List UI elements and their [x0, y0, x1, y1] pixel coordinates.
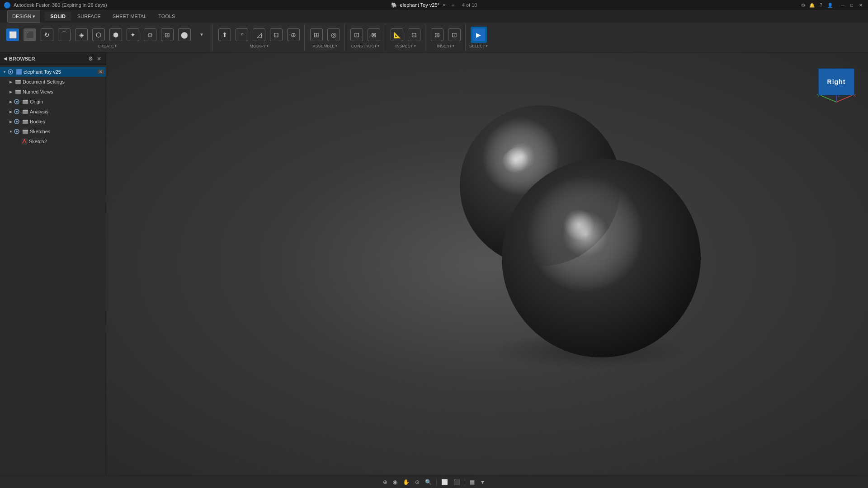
assemble-label[interactable]: ASSEMBLE▾: [313, 44, 338, 48]
maximize-btn[interactable]: □: [848, 1, 855, 9]
new-sketch-btn[interactable]: ⬜: [5, 27, 21, 43]
analysis-label: Analysis: [30, 109, 104, 114]
analysis-icon: [22, 108, 29, 115]
joint-btn[interactable]: ◎: [326, 27, 342, 43]
measure-btn[interactable]: 📐: [389, 27, 405, 43]
tree-item-bodies[interactable]: ▶ Bodies: [0, 117, 106, 127]
browser-settings-btn[interactable]: ⚙: [87, 55, 94, 63]
design-button[interactable]: DESIGN ▾: [7, 10, 40, 23]
svg-point-24: [24, 139, 25, 141]
chamfer-btn[interactable]: ◿: [251, 27, 267, 43]
tree-item-analysis[interactable]: ▶ Analysis: [0, 107, 106, 117]
collapse-browser-btn[interactable]: ◀: [4, 56, 7, 61]
more-create-btn[interactable]: ▼: [193, 27, 210, 43]
user-btn[interactable]: 👤: [826, 1, 834, 9]
tab-bar: DESIGN ▾ SOLID SURFACE SHEET METAL TOOLS: [0, 10, 868, 23]
rib-btn[interactable]: ⬡: [90, 27, 107, 43]
notification-btn[interactable]: 🔔: [808, 1, 816, 9]
web-btn[interactable]: ⬢: [108, 27, 124, 43]
viewcube-face[interactable]: Right: [818, 68, 854, 95]
create-label[interactable]: CREATE▾: [98, 44, 117, 48]
grid-btn[interactable]: ▦: [468, 478, 476, 486]
midplane-btn[interactable]: ⊠: [366, 27, 382, 43]
title-bar-left: 🔵 Autodesk Fusion 360 (Expiring in 26 da…: [4, 2, 107, 9]
tab-sheet-metal[interactable]: SHEET METAL: [107, 12, 152, 21]
new-component-btn[interactable]: ⊞: [308, 27, 325, 43]
pan-btn[interactable]: ✋: [401, 478, 411, 486]
hole-btn[interactable]: ⊙: [142, 27, 158, 43]
visual-style-btn[interactable]: ⬛: [452, 478, 462, 486]
sketches-toggle[interactable]: ▼: [8, 129, 14, 134]
tab-tools[interactable]: TOOLS: [153, 12, 180, 21]
svg-point-1: [9, 71, 11, 73]
plus-tab-btn[interactable]: ＋: [450, 1, 456, 9]
tab-solid[interactable]: SOLID: [45, 12, 71, 21]
emboss-btn[interactable]: ✦: [125, 27, 141, 43]
doc-settings-toggle[interactable]: ▶: [8, 79, 14, 84]
origin-toggle[interactable]: ▶: [8, 99, 14, 104]
bodies-toggle[interactable]: ▶: [8, 119, 14, 124]
extrude-icon: ⬛: [24, 28, 36, 41]
help-btn[interactable]: ?: [817, 1, 825, 9]
tree-item-sketches[interactable]: ▼ Sketches: [0, 127, 106, 136]
insert-label[interactable]: INSERT▾: [437, 44, 455, 48]
zoom-btn[interactable]: ⊙: [413, 478, 421, 486]
viewport[interactable]: X Y Z Right: [106, 52, 868, 475]
revolve-btn[interactable]: ↻: [39, 27, 55, 43]
root-toggle[interactable]: ▼: [2, 69, 7, 75]
loft-btn[interactable]: ◈: [73, 27, 90, 43]
insert-mesh-btn[interactable]: ⊞: [429, 27, 445, 43]
svg-rect-18: [23, 120, 28, 121]
inspect-label[interactable]: INSPECT▾: [395, 44, 415, 48]
insert-svg-btn[interactable]: ⊡: [446, 27, 462, 43]
extrude-btn[interactable]: ⬛: [22, 27, 38, 43]
design-label: DESIGN ▾: [12, 14, 35, 19]
select-label[interactable]: SELECT▾: [469, 44, 488, 48]
toolbar-section-modify: ⬆ ◜ ◿ ⊟ ⊕ MODIFY▾: [214, 24, 305, 51]
more-view-btn[interactable]: ▼: [478, 478, 487, 486]
toolbar-section-inspect: 📐 ⊟ INSPECT▾: [386, 24, 425, 51]
analysis-vis-icon[interactable]: [14, 108, 20, 115]
joint-icon: ◎: [327, 28, 340, 41]
sweep-btn[interactable]: ⌒: [56, 27, 72, 43]
tab-surface[interactable]: SURFACE: [72, 12, 106, 21]
minimize-btn[interactable]: ─: [839, 1, 846, 9]
viewcube[interactable]: X Y Z Right: [818, 61, 859, 107]
close-btn[interactable]: ✕: [857, 1, 864, 9]
bodies-icon: [22, 118, 29, 125]
box-btn[interactable]: ⬤: [176, 27, 193, 43]
new-sketch-icon: ⬜: [6, 28, 19, 41]
press-pull-btn[interactable]: ⬆: [217, 27, 233, 43]
tree-item-sketch2[interactable]: Sketch2: [0, 136, 106, 146]
construct-label[interactable]: CONSTRUCT▾: [351, 44, 380, 48]
zebra-btn[interactable]: ⊟: [406, 27, 422, 43]
orbit-btn[interactable]: ◉: [391, 478, 399, 486]
settings-btn[interactable]: ⚙: [799, 1, 807, 9]
bodies-vis-icon[interactable]: [14, 118, 20, 125]
fit-btn[interactable]: 🔍: [423, 478, 434, 486]
analysis-toggle[interactable]: ▶: [8, 109, 14, 114]
tree-item-origin[interactable]: ▶ Origin: [0, 97, 106, 107]
rib-icon: ⬡: [92, 28, 105, 41]
display-mode-btn[interactable]: ⬜: [439, 478, 450, 486]
bodies-label: Bodies: [30, 119, 104, 124]
named-views-toggle[interactable]: ▶: [8, 89, 14, 94]
select-btn[interactable]: ▶: [471, 27, 487, 43]
tree-item-named-views[interactable]: ▶ Named Views: [0, 87, 106, 97]
thread-btn[interactable]: ⊞: [159, 27, 175, 43]
fillet-btn[interactable]: ◜: [234, 27, 250, 43]
tree-item-root[interactable]: ▼ elephant Toy v25 ✕: [0, 67, 106, 77]
browser-close-btn[interactable]: ✕: [96, 55, 102, 63]
tree-item-doc-settings[interactable]: ▶ Document Settings: [0, 77, 106, 87]
sketches-vis-icon[interactable]: [14, 128, 20, 135]
shell-btn[interactable]: ⊟: [268, 27, 284, 43]
offset-plane-btn[interactable]: ⊡: [349, 27, 365, 43]
root-vis-icon[interactable]: [7, 69, 14, 75]
modify-label[interactable]: MODIFY▾: [250, 44, 269, 48]
close-doc-btn[interactable]: ✕: [442, 3, 446, 8]
origin-vis-icon[interactable]: [14, 99, 20, 105]
draft-btn[interactable]: ⊕: [285, 27, 302, 43]
hole-icon: ⊙: [144, 28, 156, 41]
snap-btn[interactable]: ⊕: [381, 478, 389, 486]
sketch2-icon: [21, 138, 28, 145]
